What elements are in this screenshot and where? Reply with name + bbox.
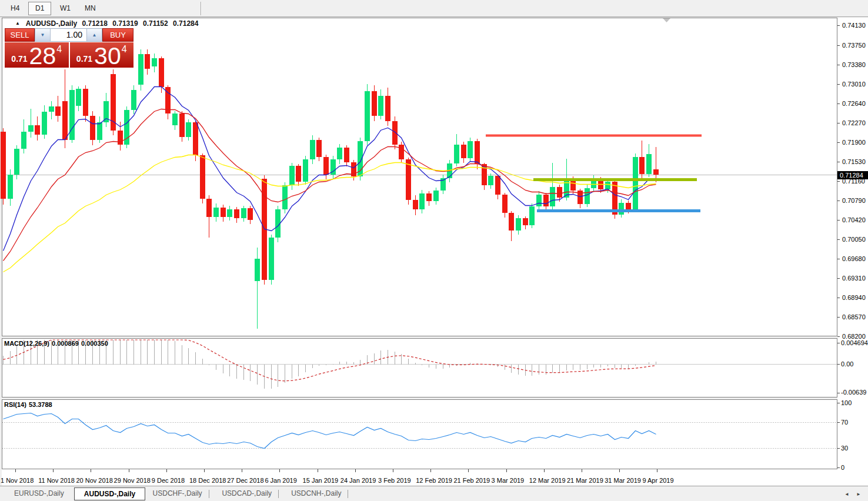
date-axis-label: 29 Nov 2018 bbox=[114, 477, 151, 484]
timeframe-tab-MN[interactable]: MN bbox=[78, 2, 103, 15]
price-axis-label: 0.68940 bbox=[842, 294, 866, 301]
chart-tab-EURUSDDaily[interactable]: EURUSD-,Daily bbox=[5, 487, 74, 500]
sell-price-button[interactable]: 0.71 28 4 bbox=[5, 42, 69, 68]
date-axis-label: 9 Apr 2019 bbox=[642, 477, 673, 484]
tabbar-scroll-right-button[interactable]: ► bbox=[854, 490, 863, 499]
rsi-label: RSI(14)53.3788 bbox=[4, 401, 55, 408]
date-axis-label: 12 Feb 2019 bbox=[416, 477, 452, 484]
trading-terminal-window: { "toolbar": { "timeframes": [ {"label":… bbox=[0, 0, 868, 501]
tab-separator bbox=[348, 490, 348, 498]
date-axis-label: 12 Mar 2019 bbox=[529, 477, 566, 484]
tab-separator bbox=[209, 490, 209, 498]
price-axis-label: 0.71530 bbox=[842, 158, 866, 165]
date-axis-label: 21 Mar 2019 bbox=[567, 477, 603, 484]
one-click-trade-panel: SELL ▼ 1.00 ▲ BUY 0.71 28 4 0.71 30 4 bbox=[5, 28, 133, 68]
ohlc-low: 0.71152 bbox=[143, 19, 168, 28]
rsi-axis-label: 100 bbox=[841, 399, 852, 406]
chart-title: ▲ AUDUSD-,Daily 0.71218 0.71319 0.71152 … bbox=[15, 19, 198, 28]
chart-canvas[interactable] bbox=[0, 0, 868, 501]
timeframe-tab-W1[interactable]: W1 bbox=[53, 2, 78, 15]
price-axis-label: 0.71160 bbox=[842, 178, 865, 185]
date-axis-label: 21 Feb 2019 bbox=[453, 477, 490, 484]
sell-price-prefix: 0.71 bbox=[11, 54, 27, 64]
price-axis-label: 0.74130 bbox=[842, 22, 866, 29]
date-axis-label: 27 Dec 2018 bbox=[227, 477, 263, 484]
date-axis-label: 11 Nov 2018 bbox=[38, 477, 75, 484]
date-axis-label: 3 Mar 2019 bbox=[492, 477, 525, 484]
price-axis-label: 0.70790 bbox=[842, 197, 866, 204]
sell-button[interactable]: SELL bbox=[5, 28, 35, 42]
pivot-line[interactable] bbox=[533, 178, 697, 181]
date-axis-label: 15 Jan 2019 bbox=[303, 477, 339, 484]
price-axis-label: 0.72640 bbox=[842, 100, 866, 107]
sell-price-pip-digit: 4 bbox=[56, 44, 62, 55]
rsi-axis-label: 30 bbox=[841, 445, 848, 452]
price-axis-label: 0.70050 bbox=[842, 236, 866, 243]
ohlc-open: 0.71218 bbox=[82, 19, 108, 28]
buy-price-button[interactable]: 0.71 30 4 bbox=[70, 42, 134, 68]
timeframe-tab-D1[interactable]: D1 bbox=[28, 2, 51, 15]
volume-input[interactable]: 1.00 bbox=[51, 29, 86, 41]
volume-stepper: ▼ 1.00 ▲ bbox=[35, 28, 102, 42]
symbol-name: AUDUSD-,Daily bbox=[26, 19, 77, 28]
tab-separator bbox=[278, 490, 279, 498]
support-line[interactable] bbox=[537, 209, 700, 212]
price-axis-label: 0.70420 bbox=[842, 216, 866, 223]
date-axis-label: 20 Nov 2018 bbox=[76, 477, 112, 484]
macd-axis-label: -0.00639 bbox=[841, 389, 866, 396]
date-axis-label: 3 Feb 2019 bbox=[378, 477, 411, 484]
price-axis-label: 0.69310 bbox=[842, 275, 866, 282]
toolbar-separator bbox=[201, 2, 202, 15]
resistance-line[interactable] bbox=[486, 135, 702, 137]
buy-price-prefix: 0.71 bbox=[76, 54, 92, 64]
macd-label: MACD(12,26,9)0.0008690.000350 bbox=[4, 340, 111, 347]
timeframe-toolbar: H4D1W1MN bbox=[0, 0, 868, 17]
price-axis-label: 0.69680 bbox=[842, 255, 866, 262]
rsi-axis-label: 70 bbox=[841, 419, 848, 426]
buy-price-big-digits: 30 bbox=[94, 46, 121, 66]
date-axis-label: 6 Jan 2019 bbox=[265, 477, 296, 484]
price-axis-label: 0.72270 bbox=[842, 119, 866, 126]
price-axis-label: 0.71900 bbox=[842, 139, 866, 146]
price-axis-label: 0.73010 bbox=[842, 81, 866, 88]
price-axis-label: 0.68570 bbox=[842, 313, 866, 320]
rsi-axis-label: 0 bbox=[841, 464, 844, 471]
panel-toggle-icon[interactable]: ▲ bbox=[15, 21, 20, 26]
price-axis-label: 0.73750 bbox=[842, 42, 866, 49]
sell-price-big-digits: 28 bbox=[29, 46, 56, 66]
chart-tab-USDCADDaily[interactable]: USDCAD-,Daily bbox=[212, 487, 281, 500]
tabbar-scroll-left-button[interactable]: ◄ bbox=[842, 490, 852, 499]
macd-axis-label: 0.004694 bbox=[841, 339, 868, 346]
ohlc-close: 0.71284 bbox=[173, 19, 198, 28]
ohlc-high: 0.71319 bbox=[112, 19, 138, 28]
timeframe-tab-H4[interactable]: H4 bbox=[4, 2, 26, 15]
date-axis-label: 18 Dec 2018 bbox=[189, 477, 226, 484]
date-axis-label: 1 Nov 2018 bbox=[1, 477, 34, 484]
price-axis-label: 0.73380 bbox=[842, 61, 866, 68]
buy-button[interactable]: BUY bbox=[102, 28, 133, 42]
chart-tab-USDCHFDaily[interactable]: USDCHF-,Daily bbox=[143, 487, 212, 500]
date-axis-label: 9 Dec 2018 bbox=[152, 477, 185, 484]
chart-tab-bar: ◄ ► EURUSD-,DailyAUDUSD-,DailyUSDCHF-,Da… bbox=[0, 486, 868, 501]
date-axis-label: 24 Jan 2019 bbox=[340, 477, 376, 484]
date-axis-label: 31 Mar 2019 bbox=[605, 477, 641, 484]
volume-decrease-button[interactable]: ▼ bbox=[35, 29, 51, 41]
chart-tab-AUDUSDDaily[interactable]: AUDUSD-,Daily bbox=[74, 487, 145, 500]
buy-price-pip-digit: 4 bbox=[122, 44, 127, 55]
chart-tab-USDCNHDaily[interactable]: USDCNH-,Daily bbox=[282, 487, 350, 500]
macd-axis-label: 0.00 bbox=[841, 360, 853, 368]
volume-increase-button[interactable]: ▲ bbox=[86, 29, 102, 41]
